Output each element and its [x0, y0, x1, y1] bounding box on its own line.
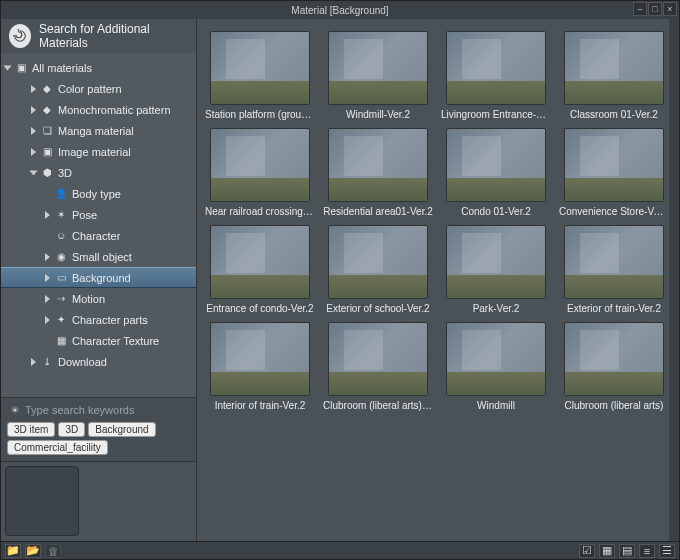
thumb-caption: Exterior of train-Ver.2	[567, 303, 661, 314]
tree-item-motion[interactable]: ⇢Motion	[1, 288, 196, 309]
window-title: Material [Background]	[291, 5, 388, 16]
detail-toggle-icon[interactable]: ☑	[579, 544, 595, 558]
filter-tag[interactable]: 3D	[58, 422, 85, 437]
thumb-caption: Residential area01-Ver.2	[323, 206, 433, 217]
tree-item-label: Motion	[72, 293, 105, 305]
material-thumb[interactable]: Interior of train-Ver.2	[205, 322, 315, 411]
tree-item-image-material[interactable]: ▣Image material	[1, 141, 196, 162]
tree-item-pose[interactable]: ✶Pose	[1, 204, 196, 225]
view-list-icon[interactable]: ≡	[639, 544, 655, 558]
thumb-caption: Park-Ver.2	[473, 303, 520, 314]
material-thumb[interactable]: Windmill	[441, 322, 551, 411]
statusbar: 📁 📂 🗑 ☑ ▦ ▤ ≡ ☰	[1, 541, 679, 559]
maximize-button[interactable]: □	[648, 2, 662, 16]
material-thumb[interactable]: Station platform (ground level)	[205, 31, 315, 120]
search-input[interactable]	[25, 404, 188, 416]
menu-icon[interactable]: ☰	[659, 544, 675, 558]
tree-item-label: 3D	[58, 167, 72, 179]
filter-tag[interactable]: Commercial_facility	[7, 440, 108, 455]
tree-root[interactable]: ▣ All materials	[1, 57, 196, 78]
trash-icon[interactable]: 🗑	[45, 544, 61, 558]
thumbnail-grid-container: Station platform (ground level)Windmill-…	[197, 19, 669, 541]
chevron-right-icon	[31, 85, 36, 93]
thumb-image	[210, 128, 310, 202]
thumb-caption: Entrance of condo-Ver.2	[206, 303, 313, 314]
thumb-caption: Windmill-Ver.2	[346, 109, 410, 120]
category-icon: ⇢	[54, 292, 68, 306]
material-thumb[interactable]: Condo 01-Ver.2	[441, 128, 551, 217]
filter-tag[interactable]: 3D item	[7, 422, 55, 437]
thumb-image	[446, 225, 546, 299]
chevron-right-icon	[45, 274, 50, 282]
material-thumb[interactable]: Exterior of school-Ver.2	[323, 225, 433, 314]
tree-root-label: All materials	[32, 62, 92, 74]
thumb-image	[446, 322, 546, 396]
category-icon: ◆	[40, 82, 54, 96]
thumb-image	[328, 225, 428, 299]
folder-open-icon[interactable]: 📂	[25, 544, 41, 558]
tree-item-monochromatic-pattern[interactable]: ◆Monochromatic pattern	[1, 99, 196, 120]
tree-item-character[interactable]: ☺Character	[1, 225, 196, 246]
chevron-right-icon	[31, 127, 36, 135]
material-thumb[interactable]: Clubroom (liberal arts)	[559, 322, 669, 411]
chevron-right-icon	[45, 253, 50, 261]
view-large-icon[interactable]: ▦	[599, 544, 615, 558]
thumb-caption: Clubroom (liberal arts)-Ver.2	[323, 400, 433, 411]
thumb-image	[328, 322, 428, 396]
tree-item-label: Character Texture	[72, 335, 159, 347]
thumb-caption: Windmill	[477, 400, 515, 411]
search-additional-button[interactable]: Search for Additional Materials	[1, 19, 196, 53]
tree-item-background[interactable]: ▭Background	[1, 267, 196, 288]
tree-item-color-pattern[interactable]: ◆Color pattern	[1, 78, 196, 99]
filter-tag[interactable]: Background	[88, 422, 155, 437]
tree-item-small-object[interactable]: ◉Small object	[1, 246, 196, 267]
vertical-scrollbar[interactable]	[669, 19, 679, 541]
thumb-caption: Exterior of school-Ver.2	[326, 303, 429, 314]
preview-pane	[1, 461, 196, 541]
chevron-right-icon	[31, 106, 36, 114]
view-small-icon[interactable]: ▤	[619, 544, 635, 558]
thumb-caption: Classroom 01-Ver.2	[570, 109, 658, 120]
tree-item-label: Background	[72, 272, 131, 284]
folder-icon: ▣	[14, 61, 28, 75]
material-thumb[interactable]: Near railroad crossing-Ver.2	[205, 128, 315, 217]
tree-item-3d[interactable]: ⬢3D	[1, 162, 196, 183]
thumbnail-grid: Station platform (ground level)Windmill-…	[205, 31, 661, 411]
gear-icon[interactable]	[9, 404, 21, 416]
material-thumb[interactable]: Residential area01-Ver.2	[323, 128, 433, 217]
close-button[interactable]: ×	[663, 2, 677, 16]
material-thumb[interactable]: Exterior of train-Ver.2	[559, 225, 669, 314]
thumb-image	[210, 322, 310, 396]
material-tree: ▣ All materials ◆Color pattern◆Monochrom…	[1, 53, 196, 397]
category-icon: ▦	[54, 334, 68, 348]
chevron-right-icon	[31, 358, 36, 366]
thumb-caption: Station platform (ground level)	[205, 109, 315, 120]
tree-item-label: Body type	[72, 188, 121, 200]
titlebar: Material [Background] – □ ×	[1, 1, 679, 19]
tree-item-download[interactable]: ⤓Download	[1, 351, 196, 372]
filter-panel: 3D item3DBackgroundCommercial_facility	[1, 397, 196, 461]
material-thumb[interactable]: Entrance of condo-Ver.2	[205, 225, 315, 314]
thumb-image	[446, 128, 546, 202]
minimize-button[interactable]: –	[633, 2, 647, 16]
tree-item-manga-material[interactable]: ❏Manga material	[1, 120, 196, 141]
material-thumb[interactable]: Classroom 01-Ver.2	[559, 31, 669, 120]
material-thumb[interactable]: Windmill-Ver.2	[323, 31, 433, 120]
material-thumb[interactable]: Park-Ver.2	[441, 225, 551, 314]
tree-item-character-parts[interactable]: ✦Character parts	[1, 309, 196, 330]
tree-item-character-texture[interactable]: ▦Character Texture	[1, 330, 196, 351]
tree-item-label: Manga material	[58, 125, 134, 137]
folder-new-icon[interactable]: 📁	[5, 544, 21, 558]
thumb-image	[564, 322, 664, 396]
thumb-image	[328, 128, 428, 202]
thumb-caption: Livingroom Entrance-Ver.2	[441, 109, 551, 120]
material-thumb[interactable]: Clubroom (liberal arts)-Ver.2	[323, 322, 433, 411]
chevron-down-icon	[30, 170, 38, 175]
material-thumb[interactable]: Livingroom Entrance-Ver.2	[441, 31, 551, 120]
tree-item-label: Character	[72, 230, 120, 242]
material-thumb[interactable]: Convenience Store-Ver.2	[559, 128, 669, 217]
category-icon: ⬢	[40, 166, 54, 180]
thumb-image	[564, 31, 664, 105]
tree-item-body-type[interactable]: 👤Body type	[1, 183, 196, 204]
category-icon: ❏	[40, 124, 54, 138]
